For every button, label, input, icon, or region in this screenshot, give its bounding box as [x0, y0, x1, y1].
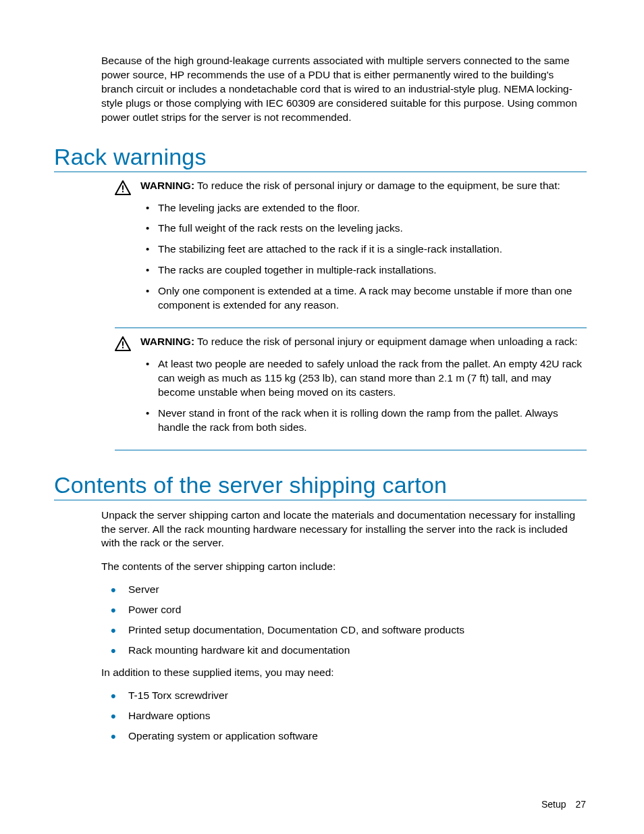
warning-icon [115, 336, 140, 351]
svg-rect-1 [122, 190, 124, 192]
svg-rect-3 [122, 347, 124, 348]
warning-2-bullet: At least two people are needed to safely… [140, 357, 587, 400]
list-item: Rack mounting hardware kit and documenta… [101, 644, 587, 656]
warning-1-bullet: The full weight of the rack rests on the… [140, 221, 587, 236]
warning-1-lead: WARNING: To reduce the risk of personal … [140, 179, 587, 193]
list-item: Operating system or application software [101, 730, 587, 742]
warning-1-bullet: The racks are coupled together in multip… [140, 263, 587, 278]
list-item: Hardware options [101, 710, 587, 722]
footer-page-number: 27 [575, 799, 586, 810]
svg-rect-2 [122, 342, 124, 346]
footer-section: Setup [541, 799, 566, 810]
list-item: Printed setup documentation, Documentati… [101, 624, 587, 636]
warning-2-bullet: Never stand in front of the rack when it… [140, 407, 587, 435]
list-item: T-15 Torx screwdriver [101, 689, 587, 702]
rack-warnings-heading: Rack warnings [54, 144, 587, 172]
contents-list-2: T-15 Torx screwdriver Hardware options O… [101, 689, 587, 742]
contents-para-1: Unpack the server shipping carton and lo… [101, 509, 587, 551]
warning-block-2: WARNING: To reduce the risk of personal … [115, 335, 587, 450]
contents-para-2: The contents of the server shipping cart… [101, 560, 587, 574]
warning-1-bullet: The leveling jacks are extended to the f… [140, 201, 587, 215]
contents-para-3: In addition to these supplied items, you… [101, 666, 587, 680]
contents-heading: Contents of the server shipping carton [54, 472, 587, 500]
page-footer: Setup 27 [541, 799, 586, 810]
list-item: Power cord [101, 604, 587, 616]
warning-block-1: WARNING: To reduce the risk of personal … [115, 179, 587, 328]
warning-1-bullet: The stabilizing feet are attached to the… [140, 242, 587, 257]
contents-list-1: Server Power cord Printed setup document… [101, 583, 587, 656]
warning-icon [115, 180, 140, 195]
warning-1-bullet: Only one component is extended at a time… [140, 284, 587, 313]
svg-rect-0 [122, 185, 124, 190]
intro-paragraph: Because of the high ground-leakage curre… [101, 54, 587, 125]
list-item: Server [101, 583, 587, 596]
warning-2-lead: WARNING: To reduce the risk of personal … [140, 335, 587, 349]
